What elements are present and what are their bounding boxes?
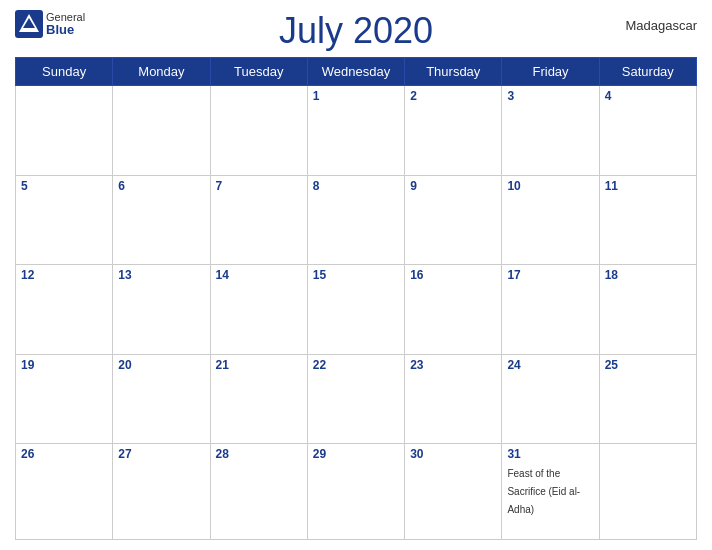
calendar-table: Sunday Monday Tuesday Wednesday Thursday… <box>15 57 697 540</box>
day-number: 24 <box>507 358 593 372</box>
calendar-cell: 10 <box>502 175 599 265</box>
day-number: 10 <box>507 179 593 193</box>
calendar-cell: 5 <box>16 175 113 265</box>
day-number: 16 <box>410 268 496 282</box>
calendar-cell: 23 <box>405 354 502 444</box>
day-number: 6 <box>118 179 204 193</box>
calendar-cell: 6 <box>113 175 210 265</box>
day-number: 2 <box>410 89 496 103</box>
logo-icon <box>15 10 43 38</box>
calendar-cell: 13 <box>113 265 210 355</box>
header-sunday: Sunday <box>16 58 113 86</box>
header-thursday: Thursday <box>405 58 502 86</box>
header-tuesday: Tuesday <box>210 58 307 86</box>
day-number: 31 <box>507 447 593 461</box>
calendar-cell: 15 <box>307 265 404 355</box>
calendar-cell: 12 <box>16 265 113 355</box>
week-row-4: 262728293031Feast of the Sacrifice (Eid … <box>16 444 697 540</box>
calendar-cell <box>113 86 210 176</box>
day-number: 30 <box>410 447 496 461</box>
header-saturday: Saturday <box>599 58 696 86</box>
weekday-header-row: Sunday Monday Tuesday Wednesday Thursday… <box>16 58 697 86</box>
calendar-cell: 22 <box>307 354 404 444</box>
day-number: 9 <box>410 179 496 193</box>
day-number: 5 <box>21 179 107 193</box>
day-number: 22 <box>313 358 399 372</box>
calendar-cell: 24 <box>502 354 599 444</box>
calendar-cell: 30 <box>405 444 502 540</box>
day-number: 27 <box>118 447 204 461</box>
calendar-cell <box>16 86 113 176</box>
logo-blue: Blue <box>46 23 85 37</box>
calendar-cell: 1 <box>307 86 404 176</box>
calendar-cell: 16 <box>405 265 502 355</box>
calendar-wrapper: General Blue July 2020 Madagascar Sunday… <box>0 0 712 550</box>
day-number: 18 <box>605 268 691 282</box>
calendar-cell: 26 <box>16 444 113 540</box>
calendar-title: July 2020 <box>279 10 433 52</box>
calendar-cell: 20 <box>113 354 210 444</box>
calendar-cell: 28 <box>210 444 307 540</box>
week-row-3: 19202122232425 <box>16 354 697 444</box>
header-monday: Monday <box>113 58 210 86</box>
day-number: 3 <box>507 89 593 103</box>
week-row-0: 1234 <box>16 86 697 176</box>
day-number: 17 <box>507 268 593 282</box>
day-number: 23 <box>410 358 496 372</box>
day-number: 8 <box>313 179 399 193</box>
day-number: 21 <box>216 358 302 372</box>
day-number: 29 <box>313 447 399 461</box>
week-row-2: 12131415161718 <box>16 265 697 355</box>
calendar-header: General Blue July 2020 Madagascar <box>15 10 697 52</box>
logo: General Blue <box>15 10 85 38</box>
day-number: 25 <box>605 358 691 372</box>
day-number: 26 <box>21 447 107 461</box>
calendar-cell: 7 <box>210 175 307 265</box>
calendar-cell <box>599 444 696 540</box>
week-row-1: 567891011 <box>16 175 697 265</box>
calendar-cell: 31Feast of the Sacrifice (Eid al-Adha) <box>502 444 599 540</box>
event-text: Feast of the Sacrifice (Eid al-Adha) <box>507 468 580 515</box>
day-number: 20 <box>118 358 204 372</box>
day-number: 1 <box>313 89 399 103</box>
calendar-cell: 3 <box>502 86 599 176</box>
logo-text: General Blue <box>46 11 85 37</box>
calendar-cell: 25 <box>599 354 696 444</box>
calendar-cell: 17 <box>502 265 599 355</box>
header-wednesday: Wednesday <box>307 58 404 86</box>
calendar-cell: 11 <box>599 175 696 265</box>
day-number: 11 <box>605 179 691 193</box>
calendar-cell <box>210 86 307 176</box>
calendar-cell: 19 <box>16 354 113 444</box>
calendar-cell: 27 <box>113 444 210 540</box>
day-number: 4 <box>605 89 691 103</box>
day-number: 19 <box>21 358 107 372</box>
day-number: 12 <box>21 268 107 282</box>
day-number: 14 <box>216 268 302 282</box>
calendar-cell: 21 <box>210 354 307 444</box>
calendar-cell: 14 <box>210 265 307 355</box>
calendar-cell: 4 <box>599 86 696 176</box>
calendar-cell: 8 <box>307 175 404 265</box>
day-number: 28 <box>216 447 302 461</box>
calendar-cell: 29 <box>307 444 404 540</box>
day-number: 7 <box>216 179 302 193</box>
country-label: Madagascar <box>625 18 697 33</box>
header-friday: Friday <box>502 58 599 86</box>
day-number: 15 <box>313 268 399 282</box>
calendar-cell: 2 <box>405 86 502 176</box>
day-number: 13 <box>118 268 204 282</box>
calendar-cell: 18 <box>599 265 696 355</box>
calendar-cell: 9 <box>405 175 502 265</box>
